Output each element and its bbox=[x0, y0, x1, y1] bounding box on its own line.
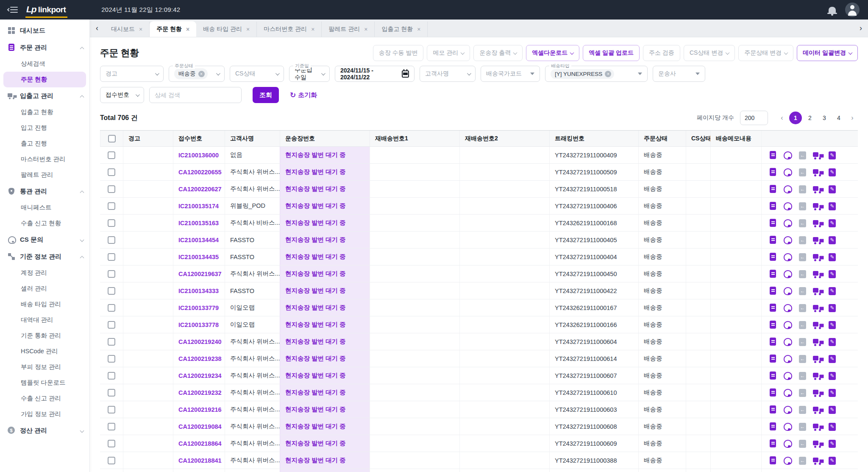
tab[interactable]: 입출고 현황 bbox=[375, 22, 428, 37]
sidebar-collapse-icon[interactable] bbox=[8, 7, 18, 13]
cs-headset-icon[interactable] bbox=[783, 422, 793, 431]
document-icon[interactable] bbox=[768, 252, 778, 262]
document-icon[interactable] bbox=[768, 439, 778, 448]
cs-headset-icon[interactable] bbox=[783, 269, 793, 279]
cell-receipt-number[interactable]: IC2100134435 bbox=[173, 249, 225, 265]
clipboard-edit-icon[interactable] bbox=[828, 184, 837, 194]
clipboard-return-icon[interactable] bbox=[798, 405, 807, 414]
action-button[interactable]: 주소 검증 bbox=[643, 45, 680, 61]
per-page-input[interactable] bbox=[740, 111, 768, 125]
sidebar-item[interactable]: 계정 관리 bbox=[0, 265, 89, 281]
clipboard-edit-icon[interactable] bbox=[828, 422, 837, 431]
sidebar-item[interactable]: 입출고 현황 bbox=[0, 104, 89, 120]
clipboard-return-icon[interactable] bbox=[798, 269, 807, 279]
row-checkbox[interactable] bbox=[108, 338, 115, 346]
cs-headset-icon[interactable] bbox=[783, 303, 793, 313]
sidebar-item[interactable]: 출고 진행 bbox=[0, 136, 89, 151]
receipt-number-link[interactable]: IC2100134435 bbox=[178, 254, 219, 260]
truck-delivery-icon[interactable] bbox=[813, 337, 822, 346]
date-basis-select[interactable]: 기준일 주문접수일 bbox=[289, 66, 330, 82]
row-checkbox[interactable] bbox=[108, 202, 115, 210]
receipt-number-link[interactable]: IC2100133778 bbox=[178, 321, 219, 328]
document-icon[interactable] bbox=[768, 235, 778, 245]
clipboard-return-icon[interactable] bbox=[798, 456, 807, 465]
row-checkbox[interactable] bbox=[108, 270, 115, 278]
country-code-filter-select[interactable]: 배송국가코드 bbox=[481, 66, 540, 82]
cs-headset-icon[interactable] bbox=[783, 168, 793, 177]
close-icon[interactable] bbox=[246, 26, 250, 33]
cell-receipt-number[interactable]: CA1200218864 bbox=[173, 435, 225, 452]
cell-receipt-number[interactable]: CA1200218838 bbox=[173, 469, 225, 472]
close-icon[interactable] bbox=[186, 26, 189, 33]
truck-delivery-icon[interactable] bbox=[813, 320, 822, 330]
cell-receipt-number[interactable]: IC2100134454 bbox=[173, 232, 225, 248]
receipt-number-link[interactable]: IC2100136000 bbox=[178, 152, 219, 159]
truck-delivery-icon[interactable] bbox=[813, 286, 822, 296]
truck-delivery-icon[interactable] bbox=[813, 252, 822, 262]
page-number[interactable]: 2 bbox=[804, 112, 816, 124]
sidebar-item[interactable]: 수출 신고 관리 bbox=[0, 391, 89, 406]
row-checkbox[interactable] bbox=[108, 389, 115, 397]
select-all-checkbox[interactable] bbox=[108, 135, 116, 142]
clipboard-return-icon[interactable] bbox=[798, 151, 807, 160]
notification-bell-icon[interactable] bbox=[829, 7, 836, 13]
cell-receipt-number[interactable]: IC2100135163 bbox=[173, 215, 225, 231]
cell-receipt-number[interactable]: CA1200220655 bbox=[173, 164, 225, 180]
clipboard-return-icon[interactable] bbox=[798, 439, 807, 448]
receipt-number-link[interactable]: CA1200219637 bbox=[178, 271, 222, 277]
clipboard-return-icon[interactable] bbox=[798, 371, 807, 380]
document-icon[interactable] bbox=[768, 286, 778, 296]
tab[interactable]: 대시보드 bbox=[104, 22, 150, 37]
next-page-icon[interactable] bbox=[847, 112, 858, 123]
clipboard-return-icon[interactable] bbox=[798, 422, 807, 431]
clipboard-edit-icon[interactable] bbox=[828, 456, 837, 465]
sidebar-item[interactable]: 수출 신고 현황 bbox=[0, 215, 89, 231]
clipboard-return-icon[interactable] bbox=[798, 354, 807, 363]
row-checkbox[interactable] bbox=[108, 151, 115, 159]
sidebar-item[interactable]: 입출고 관리 bbox=[0, 87, 89, 104]
truck-delivery-icon[interactable] bbox=[813, 405, 822, 414]
sidebar-item[interactable]: 입고 진행 bbox=[0, 120, 89, 136]
page-number[interactable]: 4 bbox=[832, 112, 845, 124]
cs-headset-icon[interactable] bbox=[783, 218, 793, 228]
sidebar-item[interactable]: 주문 현황 bbox=[3, 72, 86, 87]
sidebar-item[interactable]: 팔레트 관리 bbox=[0, 167, 89, 183]
sidebar-item[interactable]: 통관 관리 bbox=[0, 183, 89, 200]
truck-delivery-icon[interactable] bbox=[813, 235, 822, 245]
receipt-number-link[interactable]: CA1200218841 bbox=[178, 457, 222, 464]
document-icon[interactable] bbox=[768, 320, 778, 330]
document-icon[interactable] bbox=[768, 337, 778, 346]
truck-delivery-icon[interactable] bbox=[813, 168, 822, 177]
cell-receipt-number[interactable]: IC2100133778 bbox=[173, 316, 225, 333]
receipt-number-link[interactable]: CA1200219238 bbox=[178, 355, 222, 362]
receipt-number-link[interactable]: IC2100134454 bbox=[178, 237, 219, 243]
clipboard-return-icon[interactable] bbox=[798, 337, 807, 346]
document-icon[interactable] bbox=[768, 422, 778, 431]
clipboard-edit-icon[interactable] bbox=[828, 371, 837, 380]
clipboard-return-icon[interactable] bbox=[798, 252, 807, 262]
truck-delivery-icon[interactable] bbox=[813, 456, 822, 465]
document-icon[interactable] bbox=[768, 371, 778, 380]
document-icon[interactable] bbox=[768, 168, 778, 177]
close-icon[interactable] bbox=[139, 26, 142, 33]
cs-headset-icon[interactable] bbox=[783, 151, 793, 160]
clipboard-edit-icon[interactable] bbox=[828, 303, 837, 313]
clipboard-edit-icon[interactable] bbox=[828, 269, 837, 279]
cs-headset-icon[interactable] bbox=[783, 201, 793, 211]
document-icon[interactable] bbox=[768, 303, 778, 313]
clipboard-return-icon[interactable] bbox=[798, 168, 807, 177]
shipping-type-filter-select[interactable]: 배송타입 [Y] YUNEXPRESS bbox=[545, 66, 648, 82]
chip-remove-icon[interactable] bbox=[198, 71, 205, 77]
sidebar-item[interactable]: 기준 정보 관리 bbox=[0, 248, 89, 265]
cs-headset-icon[interactable] bbox=[783, 286, 793, 296]
row-checkbox[interactable] bbox=[108, 287, 115, 295]
clipboard-edit-icon[interactable] bbox=[828, 201, 837, 211]
cell-receipt-number[interactable]: IC2100135174 bbox=[173, 198, 225, 214]
cell-receipt-number[interactable]: CA1200219216 bbox=[173, 401, 225, 418]
truck-delivery-icon[interactable] bbox=[813, 422, 822, 431]
truck-delivery-icon[interactable] bbox=[813, 439, 822, 448]
clipboard-return-icon[interactable] bbox=[798, 201, 807, 211]
document-icon[interactable] bbox=[768, 151, 778, 160]
cs-headset-icon[interactable] bbox=[783, 184, 793, 194]
sidebar-item[interactable]: CS 문의 bbox=[0, 231, 89, 248]
